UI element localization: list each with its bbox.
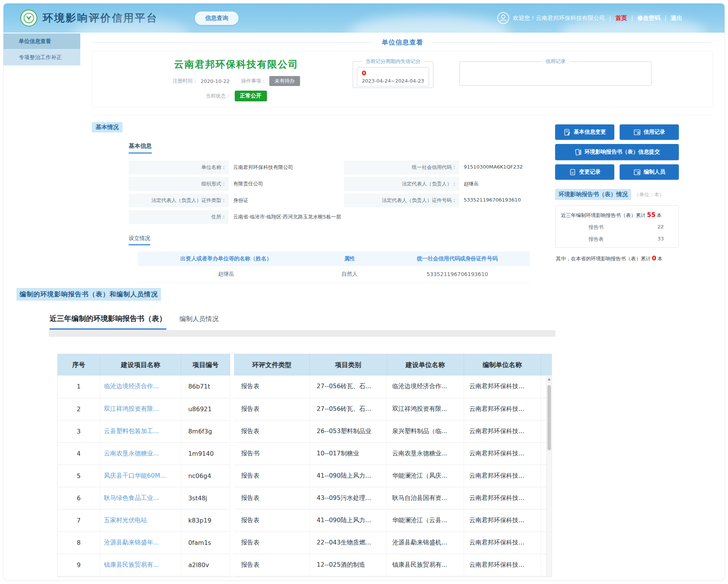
cell-project-name[interactable]: 耿马绿色食品工业... — [100, 487, 181, 509]
project-link[interactable]: 镇康县民族贸易有... — [104, 561, 159, 568]
staff-button[interactable]: 编制人员 — [620, 164, 679, 180]
table-row: 4云南农垦永德糖业...1m9140报告书10--017制糖业云南农垦永德糖业.… — [58, 442, 552, 465]
cell-compiler-name: 云南君邦环保科技... — [464, 398, 541, 420]
report-stats-summary: 近三年编制环境影响报告书（表）累计55本 — [561, 211, 674, 219]
cell-doc-type: 报告表 — [234, 531, 309, 554]
cell-project-name[interactable]: 云县塑料包装加工... — [100, 420, 181, 442]
cell-compiler-name: 云南君邦环保科技... — [464, 465, 541, 487]
platform-logo-icon — [20, 10, 37, 26]
cell-project-name[interactable]: 双江祥鸿投资有限... — [100, 398, 181, 420]
project-link[interactable]: 五家村光伏电站 — [104, 516, 147, 524]
operation-badge: 未有待办 — [269, 76, 300, 86]
cell-doc-type: 报告表 — [234, 420, 309, 442]
column-header: 建设单位名称 — [386, 354, 464, 376]
projects-table-header-row: 序号建设项目名称项目编号环评文件类型项目类别建设单位名称编制单位名称编制主 — [58, 354, 552, 376]
stat-label: 报告表 — [589, 236, 604, 243]
register-time-value: 2020-10-22 — [201, 78, 230, 84]
field-value: 云南省·临沧市·临翔区·西河北路玉龙水榭5栋一层 — [229, 210, 341, 224]
cell-owner-name: 耿马自治县国有资... — [386, 487, 464, 509]
tab-staff-info[interactable]: 编制人员情况 — [179, 314, 219, 330]
establishment-row: 赵继岳 自然人 533521196706193610 — [138, 266, 530, 283]
score-value: 0 — [362, 69, 425, 77]
cell-project-code: 8m6f3g — [181, 420, 230, 442]
table-row: 7五家村光伏电站k83p19报告表41--090陆上风力...华能澜沧江（云县.… — [58, 509, 552, 531]
column-split — [230, 554, 234, 576]
cell-project-name[interactable]: 云南农垦永德糖业... — [100, 442, 181, 465]
info-query-button[interactable]: 信息查询 — [195, 12, 239, 25]
report-stats-footer: 其中，在本省的环境影响报告书（表）累计0本 — [555, 255, 679, 262]
page-frame: 环境影响评价信用平台 信息查询 欢迎您！云南君邦环保科技有限公司 | 首页 | … — [3, 3, 725, 581]
scrollbar-thumb[interactable] — [547, 385, 551, 450]
button-label: 基本信息变更 — [574, 129, 606, 136]
project-link[interactable]: 临沧边境经济合作... — [104, 382, 159, 390]
cell-seq: 4 — [58, 442, 100, 465]
table-row: 6耿马绿色食品工业...3st48j报告表43--095污水处理...耿马自治县… — [58, 487, 552, 509]
sidebar-item-special-rectification[interactable]: 专项整治工作补正 — [3, 50, 80, 66]
tab-basic-info[interactable]: 基本信息 — [129, 142, 152, 154]
nav-logout-link[interactable]: 退出 — [671, 15, 682, 22]
form-row: 单位名称： 云南君邦环保科技有限公司 统一社会信用代码： 91510300MA6… — [129, 160, 532, 174]
projects-section: 编制的环境影响报告书（表）和编制人员情况 近三年编制的环境影响报告书（表） 编制… — [3, 288, 725, 577]
change-record-button[interactable]: 变更记录 — [555, 164, 614, 180]
tab-establishment[interactable]: 设立情况 — [129, 235, 150, 245]
nav-change-password-link[interactable]: 修改密码 — [637, 15, 660, 22]
cell-category: 27--056砖瓦、石... — [310, 376, 387, 398]
document-icon — [569, 169, 576, 176]
cell-compiler-name: 云南君邦环保科技... — [464, 509, 541, 531]
company-status-row: 当前状态： 正常公开 — [127, 91, 346, 101]
project-link[interactable]: 双江祥鸿投资有限... — [104, 405, 159, 412]
sidebar-item-unit-info[interactable]: 单位信息查看 — [3, 33, 80, 50]
score-period: 2023-04-24~2024-04-23 — [362, 78, 425, 84]
nav-separator: | — [631, 15, 633, 22]
project-link[interactable]: 耿马绿色食品工业... — [104, 494, 159, 501]
cell-seq: 1 — [58, 376, 100, 398]
company-name: 云南君邦环保科技有限公司 — [127, 58, 346, 71]
cell-category: 10--017制糖业 — [310, 442, 387, 465]
project-link[interactable]: 凤庆县干口华能60M... — [104, 472, 166, 479]
cell-seq: 7 — [58, 509, 100, 531]
cell-project-name[interactable]: 镇康县民族贸易有... — [100, 554, 181, 576]
cell-project-name[interactable]: 五家村光伏电站 — [100, 509, 181, 531]
cell-category: 22--043生物质燃... — [310, 531, 387, 554]
nav-separator: | — [665, 15, 667, 22]
cell-project-code: 0fam1s — [181, 531, 230, 554]
project-link[interactable]: 云南农垦永德糖业... — [104, 450, 159, 457]
cell-owner-name: 泉兴塑料制品（临... — [386, 420, 464, 442]
field-label: 组织形式： — [129, 177, 229, 191]
basic-info-form: 单位名称： 云南君邦环保科技有限公司 统一社会信用代码： 91510300MA6… — [129, 160, 532, 224]
nav-home-link[interactable]: 首页 — [615, 15, 627, 22]
column-header: 统一社会信用代码或身份证件号码 — [385, 251, 530, 266]
report-book-icon — [574, 149, 582, 156]
column-split — [230, 531, 234, 554]
project-link[interactable]: 云县塑料包装加工... — [104, 427, 159, 435]
cloud-decoration — [349, 15, 511, 33]
cell-owner-name: 云南农垦永德糖业... — [386, 442, 464, 465]
cell-project-name[interactable]: 沧源县勐来锦盛年... — [100, 531, 181, 554]
form-row: 住所： 云南省·临沧市·临翔区·西河北路玉龙水榭5栋一层 — [129, 210, 532, 224]
cell-project-name[interactable]: 临沧边境经济合作... — [100, 376, 181, 398]
company-summary-panel: 云南君邦环保科技有限公司 注册时间： 2020-10-22 操作事项： 未有待办… — [92, 51, 713, 108]
section-divider — [92, 116, 713, 116]
cell-doc-type: 报告表 — [234, 487, 309, 509]
cell-project-name[interactable]: 凤庆县干口华能60M... — [100, 465, 181, 487]
cell-compiler-name: 云南君邦环保科技... — [464, 487, 541, 509]
company-info: 云南君邦环保科技有限公司 注册时间： 2020-10-22 操作事项： 未有待办… — [92, 58, 346, 101]
cell-seq: 8 — [58, 531, 100, 554]
cell-doc-type: 报告表 — [234, 509, 309, 531]
cell-compiler-name: 云南君邦环保科技... — [464, 420, 541, 442]
basic-info-change-button[interactable]: 基本信息变更 — [555, 124, 614, 140]
column-split — [230, 442, 234, 465]
content-row: 单位信息查看 专项整治工作补正 单位信息查看 云南君邦环保科技有限公司 注册时间… — [3, 33, 725, 283]
credit-record-button[interactable]: 信用记录 — [620, 124, 679, 140]
report-submit-button[interactable]: 环境影响报告书（表）信息提交 — [555, 144, 679, 160]
cell-category: 41--090陆上风力... — [310, 509, 387, 531]
stat-label: 报告书 — [589, 224, 604, 231]
cell-compiler-name: 云南君邦环保科技... — [464, 442, 541, 465]
project-link[interactable]: 沧源县勐来锦盛年... — [104, 539, 159, 546]
cell-owner-name: 镇康县民族贸易有... — [386, 554, 464, 576]
table-scrollbar[interactable]: ▲ — [546, 376, 552, 577]
scrollbar-up-arrow[interactable]: ▲ — [547, 377, 552, 381]
tab-recent-reports[interactable]: 近三年编制的环境影响报告书（表） — [50, 314, 166, 330]
investor-type: 自然人 — [314, 266, 385, 283]
projects-table-body: 1临沧边境经济合作...86b71t报告表27--056砖瓦、石...临沧边境经… — [58, 376, 552, 577]
